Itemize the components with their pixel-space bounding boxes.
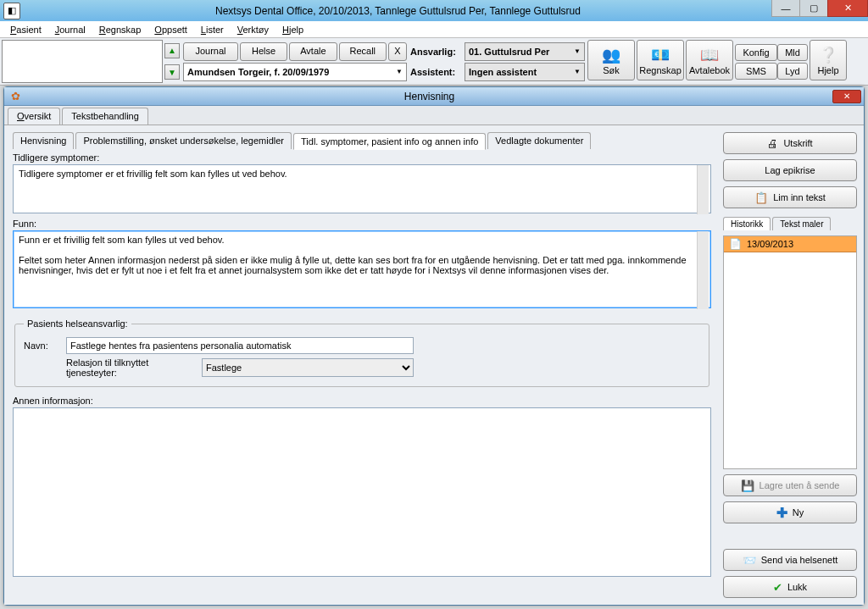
plus-icon: ✚: [776, 505, 787, 521]
konfig-button[interactable]: Konfig: [735, 44, 777, 61]
journal-button[interactable]: Journal: [183, 42, 238, 61]
inner-window-title: Henvisning: [26, 91, 832, 102]
chevron-down-icon: ▼: [574, 47, 581, 55]
paste-icon: 📋: [754, 191, 768, 204]
inner-close-button[interactable]: ✕: [832, 90, 861, 103]
arrow-down-button[interactable]: ▼: [164, 64, 180, 80]
main-toolbar: ▲ ▼ Journal Helse Avtale Recall X Amunds…: [0, 38, 868, 86]
save-icon: 💾: [741, 479, 754, 492]
sms-button[interactable]: SMS: [735, 63, 777, 80]
hjelp-button[interactable]: ❔Hjelp: [810, 40, 847, 80]
lyd-button[interactable]: Lyd: [777, 63, 808, 80]
arrow-up-button[interactable]: ▲: [164, 43, 180, 58]
label-navn: Navn:: [24, 340, 58, 351]
label-tidligere-symptomer: Tidligere symptomer:: [13, 152, 711, 163]
lagre-button[interactable]: 💾Lagre uten å sende: [723, 474, 857, 496]
subtab-tidl-symptomer[interactable]: Tidl. symptomer, pasient info og annen i…: [293, 133, 486, 150]
utskrift-button[interactable]: 🖨Utskrift: [723, 132, 857, 154]
relasjon-select[interactable]: Fastlege: [202, 358, 414, 377]
menu-journal[interactable]: Journal: [48, 21, 92, 38]
window-title: Nextsys Dental Office, 20/10/2013, Tannl…: [24, 5, 772, 17]
mld-button[interactable]: Mld: [777, 44, 808, 61]
label-relasjon: Relasjon til tilknyttet tjenesteyter:: [24, 357, 193, 378]
tab-historikk[interactable]: Historikk: [723, 217, 771, 230]
label-funn: Funn:: [13, 219, 711, 229]
money-icon: 💶: [651, 46, 670, 64]
mail-send-icon: 📨: [743, 554, 756, 567]
recall-button[interactable]: Recall: [339, 42, 387, 61]
menu-regnskap[interactable]: Regnskap: [92, 21, 148, 38]
chevron-down-icon: ▼: [574, 68, 581, 75]
ansvarlig-label: Ansvarlig:: [410, 47, 461, 57]
inner-titlebar: ✿ Henvisning ✕: [4, 87, 864, 106]
lim-inn-tekst-button[interactable]: 📋Lim inn tekst: [723, 186, 857, 208]
menu-hjelp[interactable]: Hjelp: [275, 21, 310, 38]
history-item[interactable]: 📄 13/09/2013: [724, 236, 856, 252]
assistent-combo[interactable]: Ingen assistent ▼: [465, 63, 585, 81]
tab-tekstbehandling[interactable]: Tekstbehandling: [62, 108, 148, 125]
menu-oppsett[interactable]: Oppsett: [147, 21, 194, 38]
avtalebok-button[interactable]: 📖Avtalebok: [686, 40, 733, 80]
lukk-button[interactable]: ✔Lukk: [723, 576, 857, 598]
navn-input[interactable]: [66, 337, 414, 354]
menu-verktoy[interactable]: Verktøy: [231, 21, 275, 38]
document-icon: 📄: [729, 238, 742, 250]
sok-button[interactable]: 👥Søk: [587, 40, 635, 80]
avtale-button[interactable]: Avtale: [289, 42, 337, 61]
ny-button[interactable]: ✚Ny: [723, 501, 857, 523]
henvisning-window: ✿ Henvisning ✕ Oversikt Tekstbehandling …: [3, 86, 865, 606]
funn-input[interactable]: Funn er et frivillig felt som kan fylles…: [13, 230, 711, 308]
assistent-value: Ingen assistent: [469, 67, 537, 77]
ansvarlig-combo[interactable]: 01. Guttulsrud Per ▼: [465, 42, 585, 61]
menu-pasient[interactable]: Pasient: [3, 21, 48, 38]
label-annen-informasjon: Annen informasjon:: [13, 396, 711, 406]
subtab-vedlagte[interactable]: Vedlagte dokumenter: [487, 132, 591, 149]
tab-tekstmaler[interactable]: Tekst maler: [772, 217, 831, 230]
assistent-label: Assistent:: [410, 67, 461, 77]
scrollbar[interactable]: [697, 165, 709, 214]
helseansvarlig-legend: Pasients helseansvarlig:: [24, 318, 131, 329]
patient-combo[interactable]: Amundsen Torgeir, f. 20/09/1979 ▼: [183, 63, 407, 81]
search-icon: 👥: [602, 46, 620, 64]
window-titlebar: ◧ Nextsys Dental Office, 20/10/2013, Tan…: [0, 0, 868, 21]
history-list[interactable]: 📄 13/09/2013: [723, 235, 857, 469]
send-helsenett-button[interactable]: 📨Send via helsenett: [723, 549, 857, 571]
gear-icon: ✿: [8, 89, 23, 104]
helse-button[interactable]: Helse: [240, 42, 287, 61]
side-panel: 🖨Utskrift Lag epikrise 📋Lim inn tekst Hi…: [720, 125, 864, 605]
x-button[interactable]: X: [388, 42, 407, 61]
regnskap-button[interactable]: 💶Regnskap: [637, 40, 684, 80]
minimize-button[interactable]: —: [771, 0, 800, 17]
tidligere-symptomer-input[interactable]: Tidligere symptomer er et frivillig felt…: [13, 164, 711, 213]
history-item-date: 13/09/2013: [747, 239, 793, 249]
app-icon: ◧: [3, 3, 20, 19]
helseansvarlig-group: Pasients helseansvarlig: Navn: Relasjon …: [14, 318, 709, 387]
tab-oversikt[interactable]: Oversikt: [8, 108, 60, 125]
scrollbar[interactable]: [697, 231, 709, 309]
check-icon: ✔: [773, 581, 782, 594]
menu-bar: Pasient Journal Regnskap Oppsett Lister …: [0, 21, 868, 38]
subtab-henvisning[interactable]: Henvisning: [13, 132, 74, 149]
ansvarlig-value: 01. Guttulsrud Per: [469, 47, 549, 57]
toolbar-blank-box: [2, 40, 163, 83]
lag-epikrise-button[interactable]: Lag epikrise: [723, 159, 857, 181]
patient-combo-value: Amundsen Torgeir, f. 20/09/1979: [187, 67, 329, 77]
printer-icon: 🖨: [767, 137, 778, 150]
book-icon: 📖: [700, 46, 719, 64]
chevron-down-icon: ▼: [396, 68, 403, 75]
menu-lister[interactable]: Lister: [194, 21, 231, 38]
close-button[interactable]: ✕: [827, 0, 868, 17]
maximize-button[interactable]: ▢: [799, 0, 828, 17]
main-form-panel: Henvisning Problemstilling, ønsket under…: [4, 125, 720, 605]
subtab-problemstilling[interactable]: Problemstilling, ønsket undersøkelse, le…: [75, 132, 292, 149]
help-icon: ❔: [819, 46, 837, 64]
annen-informasjon-input[interactable]: [13, 407, 711, 577]
